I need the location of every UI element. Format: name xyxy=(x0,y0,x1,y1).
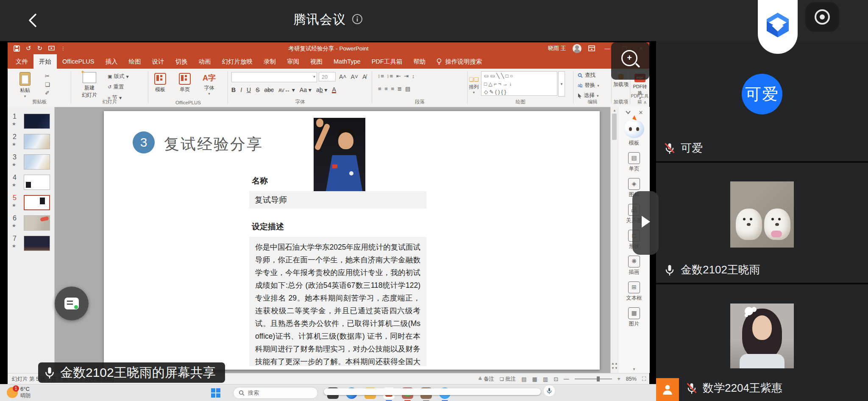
ribbon-tab[interactable]: 绘图 xyxy=(123,54,147,69)
find-button[interactable]: 查找 xyxy=(578,72,599,79)
slide-thumbnail[interactable]: 6 ★ xyxy=(8,214,54,233)
pane-item[interactable]: 模板 xyxy=(624,120,644,147)
ribbon-tab[interactable]: 幻灯片放映 xyxy=(217,54,259,69)
tell-me-search[interactable]: 操作说明搜索 xyxy=(431,54,487,69)
ribbon-tab[interactable]: 视图 xyxy=(305,54,328,69)
grow-font-icon[interactable]: A˄ xyxy=(339,73,347,80)
user-avatar[interactable] xyxy=(573,44,581,53)
scroll-up-icon[interactable]: ▲ xyxy=(611,109,618,112)
ribbon-tab[interactable]: PDF工具箱 xyxy=(366,54,408,69)
pane-collapse-icon[interactable] xyxy=(625,109,631,116)
participant-tile[interactable]: 可爱 可爱 xyxy=(656,41,868,161)
taskbar-search[interactable]: 搜索 xyxy=(233,387,318,399)
prev-next-slide-buttons[interactable]: ▲▲▼▼ xyxy=(611,361,618,370)
scrollbar-thumb[interactable] xyxy=(612,114,617,140)
ribbon-tab[interactable]: MathType xyxy=(328,54,366,69)
cut-icon[interactable]: ✂ xyxy=(45,73,50,79)
abc-button[interactable]: abc xyxy=(264,86,274,93)
comments-button[interactable]: ❏ 批注 xyxy=(500,376,516,383)
pane-item[interactable]: ▦ 图片 xyxy=(628,307,640,328)
ribbon-tab[interactable]: 插入 xyxy=(100,54,123,69)
font-size-select[interactable]: 20 xyxy=(319,72,336,81)
meeting-toolbar-pill[interactable] xyxy=(324,388,541,395)
zoom-magnifier-overlay[interactable]: + xyxy=(611,42,649,80)
slide-thumbnail[interactable]: 4 ★ xyxy=(8,174,54,192)
slide-sorter-icon[interactable]: ▦ xyxy=(532,376,537,382)
char-spacing-button[interactable]: AV↔ ▾ xyxy=(278,86,295,93)
participant-tile[interactable]: 金数2102王晓雨 xyxy=(656,163,868,283)
animation-star-icon: ★ xyxy=(12,223,16,228)
new-slide-button[interactable]: 新建 幻灯片 xyxy=(76,72,103,99)
video-panel-expander[interactable] xyxy=(632,191,659,255)
officeplus-template-button[interactable]: 模板 xyxy=(154,73,166,93)
vertical-scrollbar[interactable]: ▲ ▲▲▼▼ xyxy=(610,107,618,373)
shapes-more-button[interactable]: ▾ xyxy=(558,71,565,97)
slide-thumbnail[interactable]: 5 ★ xyxy=(8,194,54,213)
notes-button[interactable]: ≜ 备注 xyxy=(478,376,494,383)
normal-view-icon[interactable]: ▤ xyxy=(521,376,526,382)
copy-icon[interactable]: ❏ xyxy=(45,81,50,88)
clear-format-icon[interactable]: A̸ xyxy=(362,73,366,80)
ribbon-tab[interactable]: 文件 xyxy=(10,54,33,69)
pane-item[interactable]: ❋ 插画 xyxy=(628,256,640,276)
pane-close-icon[interactable]: ✕ xyxy=(639,109,643,116)
ribbon-tab[interactable]: 帮助 xyxy=(408,54,431,69)
ribbon-collapse-icon[interactable]: ∧ xyxy=(643,100,647,105)
paragraph-row2[interactable]: ≡ ≡ ≡ ≣ ▤ xyxy=(378,86,411,92)
shapes-gallery[interactable]: ▭ ▭ ╲ ╲ □ ○ □ △ ⌐ ¬ → ↓ ◇ ✎ ( ) { } xyxy=(481,71,557,96)
pane-more-icon[interactable]: ▾ xyxy=(618,367,650,371)
ribbon-tab[interactable]: 录制 xyxy=(258,54,281,69)
taskbar-mic-icon[interactable] xyxy=(544,385,555,396)
fit-slide-icon[interactable]: ⛶ xyxy=(642,376,646,382)
underline-button[interactable]: U xyxy=(247,86,251,93)
participants-sidebar: 可爱 可爱 金数2102王晓雨 数学2204王紫惠 xyxy=(656,41,868,401)
current-slide[interactable]: 3 复试经验分享 名称 复试导师 设定描述 你是中国石油大学华东2025年应用统… xyxy=(104,111,600,370)
font-name-select[interactable]: ▾ xyxy=(231,72,317,82)
ribbon-tab[interactable]: 审阅 xyxy=(281,54,305,69)
shrink-font-icon[interactable]: A˅ xyxy=(351,73,359,80)
change-case-button[interactable]: Aa ▾ xyxy=(300,86,312,93)
member-list-icon[interactable] xyxy=(656,378,679,401)
zoom-out-button[interactable]: — xyxy=(564,376,569,382)
zoom-slider[interactable] xyxy=(575,379,612,379)
officeplus-page-button[interactable]: 单页 xyxy=(179,73,191,93)
strike-button[interactable]: S xyxy=(256,86,259,93)
replace-button[interactable]: ab̲替换 ▾ xyxy=(578,82,599,89)
ribbon-display-icon[interactable] xyxy=(588,45,595,51)
reading-view-icon[interactable]: ▥ xyxy=(543,376,548,382)
ribbon-tab[interactable]: 开始 xyxy=(33,54,57,69)
slide-thumbnail[interactable]: 7 ★ xyxy=(8,235,54,253)
layout-button[interactable]: ▣版式 ▾ xyxy=(108,73,129,80)
meeting-app-logo[interactable] xyxy=(758,0,798,54)
captions-floating-button[interactable] xyxy=(55,287,89,320)
weather-widget[interactable]: 1 6°C晴朗 xyxy=(7,386,31,399)
highlight-button[interactable]: ab̲ ▾ xyxy=(316,86,328,93)
select-button[interactable]: 选择 ▾ xyxy=(578,92,599,99)
paste-button[interactable]: 粘贴 ▾ xyxy=(19,72,31,98)
ribbon-tab[interactable]: OfficePLUS xyxy=(57,54,100,69)
reset-button[interactable]: ↺重置 xyxy=(108,84,129,91)
slide-thumbnail[interactable]: 3 ★ xyxy=(8,153,54,172)
participant-tile[interactable]: 数学2204王紫惠 xyxy=(656,284,868,401)
ribbon-tab[interactable]: 切换 xyxy=(170,54,193,69)
record-button[interactable] xyxy=(805,2,839,32)
ribbon-tab[interactable]: 动画 xyxy=(193,54,217,69)
bold-button[interactable]: B xyxy=(231,86,236,93)
slide-thumbnail[interactable]: 1 ★ xyxy=(8,113,54,131)
zoom-in-button[interactable]: + xyxy=(618,376,620,382)
format-painter-icon[interactable]: ✐ xyxy=(45,90,50,96)
arrange-button[interactable]: ❏❏ 排列 ▾ xyxy=(467,76,480,95)
start-button[interactable] xyxy=(211,388,220,398)
slide-thumbnail[interactable]: 2 ★ xyxy=(8,133,54,152)
participant-name: 数学2204王紫惠 xyxy=(703,381,782,395)
italic-button[interactable]: I xyxy=(240,86,242,93)
font-color-button[interactable]: A xyxy=(332,87,336,93)
ribbon-tab[interactable]: 设计 xyxy=(147,54,170,69)
officeplus-font-button[interactable]: A字 字体 ▾ xyxy=(203,73,216,96)
slideshow-view-icon[interactable]: ⊡ xyxy=(554,376,558,382)
meeting-info-icon[interactable] xyxy=(352,13,363,28)
paragraph-row1[interactable]: ⁝≡ ⁝≡ ⇤ ⇥ ↕ xyxy=(378,73,415,79)
pane-item[interactable]: ▤ 单页 xyxy=(628,152,640,173)
pane-item[interactable]: ⊞ 文本框 xyxy=(626,281,642,302)
participant-name: 可爱 xyxy=(681,141,703,156)
